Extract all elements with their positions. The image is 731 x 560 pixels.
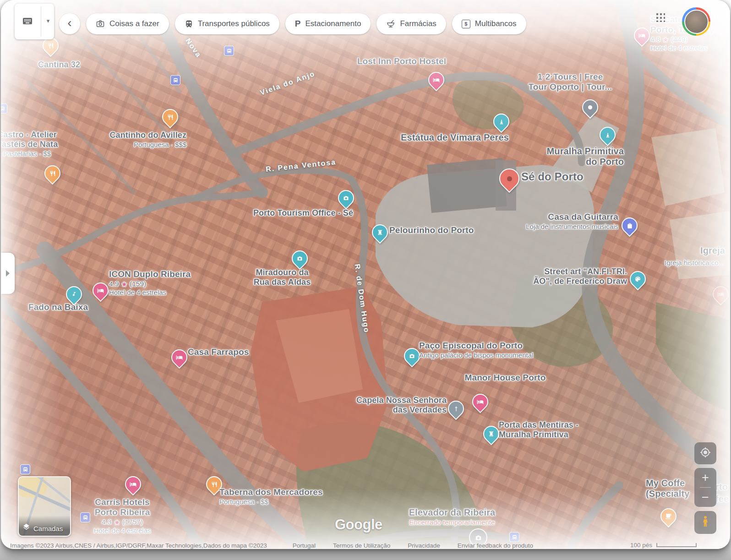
elevador-da-ribeira-label[interactable]: Elevador da RibeiraEncerrado temporariam… (409, 507, 496, 527)
poi-name: Manor House Porto (465, 373, 546, 383)
poi-name: (Specialty (646, 489, 689, 499)
porta-das-mentiras-label[interactable]: Porta das Mentiras -Muralha Primitiva (499, 420, 578, 440)
back-button[interactable]: ‹ (59, 13, 80, 34)
pelourinho-do-porto-label[interactable]: Pelourinho do Porto (389, 225, 474, 235)
star-icon: ★ (663, 36, 669, 43)
chevron-down-icon[interactable]: ▾ (44, 17, 53, 24)
estatua-vimara-peres-label[interactable]: Estátua de Vímara Peres (401, 132, 509, 143)
poi-sec: Loja de instrumentos musicais (526, 223, 618, 230)
attribution-link-0[interactable]: Portugal (293, 542, 316, 549)
camera-outline-icon (96, 19, 105, 28)
bed-icon (93, 283, 108, 298)
rook-icon: ♜ (373, 225, 387, 239)
taberna-dos-mercadores-label[interactable]: Taberna dos MercadoresPortuguesa · $$ (219, 487, 323, 506)
transit-stop-icon[interactable] (20, 464, 30, 474)
poi-name: Tour Oporto | Tour... (529, 82, 612, 92)
cantina-32-label[interactable]: Cantina 32 (38, 60, 80, 70)
attribution-link-1[interactable]: Termos de Utilização (333, 542, 390, 549)
crosshair-icon (700, 447, 711, 460)
account-avatar[interactable] (682, 7, 710, 36)
attribution-link-2[interactable]: Privacidade (408, 542, 440, 549)
igreja-label[interactable]: Igreja (700, 245, 725, 256)
poi-sec: Antigo palácio de bispos monumental (419, 351, 533, 359)
coffee-icon (661, 509, 676, 523)
zoom-in-button[interactable]: + (694, 468, 716, 487)
poi-sec: Hotel de 4 estrelas (93, 527, 151, 534)
monument-icon (600, 128, 615, 142)
label-fragment-fee-label[interactable]: fee (715, 494, 729, 504)
transit-stop-icon[interactable] (224, 46, 234, 56)
attribution-bar: Imagens ©2023 Airbus,CNES / Airbus,IGP/D… (10, 542, 551, 549)
pegman-button[interactable] (694, 511, 716, 534)
pharmacy-icon (386, 19, 395, 28)
attribution-link-3[interactable]: Enviar feedback do produto (458, 542, 533, 549)
poi-name: Porta das Mentiras - (499, 420, 578, 430)
manor-house-porto-label[interactable]: Manor House Porto (465, 373, 546, 383)
monument-icon (494, 114, 508, 129)
cross-icon (449, 402, 463, 416)
chevron-right-icon (6, 270, 10, 277)
map-frame: NovaViela do AnjoR. P­ena VentosaR. de D… (1, 0, 730, 549)
carris-hotels-label[interactable]: Carris HotelsPorto Ribeira4.3★(1757)Hote… (93, 497, 151, 534)
poi-name: fee (715, 494, 729, 504)
transit-stop-icon[interactable] (80, 512, 90, 522)
poi-name: Muralha Primitiva (499, 430, 578, 440)
review-count: (159) (130, 280, 146, 288)
igreja-sec-label[interactable]: Igreja histórica co... (665, 258, 724, 266)
category-pill-coisas-a-fazer[interactable]: Coisas a fazer (86, 13, 169, 34)
label-fragment-rto-label[interactable]: rto (715, 482, 728, 492)
capela-das-verdades-label[interactable]: Capela Nossa Senhoradas Verdades (356, 396, 447, 415)
zoom-out-button[interactable]: − (694, 488, 716, 507)
paco-episcopal-label[interactable]: Paço Episcopal do PortoAntigo palácio de… (419, 341, 533, 359)
category-pill-multibancos[interactable]: $Multibancos (452, 13, 526, 34)
layers-button[interactable]: Camadas (18, 476, 71, 537)
castro-atelier-label[interactable]: Castro - AtelierPastéis de NataPastelari… (1, 130, 58, 158)
bag-icon (622, 218, 637, 233)
camera-icon (339, 191, 353, 205)
street-art-anfitriao-label[interactable]: Street art "AN.FI.TRI.ÃO", de Frederico … (533, 267, 627, 286)
apps-grid-icon[interactable] (655, 12, 665, 22)
rating-line: 4.9★(159) (109, 280, 191, 288)
transit-stop-icon[interactable] (509, 532, 519, 542)
transit-stop-icon[interactable] (170, 75, 180, 85)
layers-label: Camadas (33, 525, 63, 533)
se-do-porto-label[interactable]: Sé do Porto (521, 170, 584, 183)
poi-name: Porto Tourism Office - Sé (253, 208, 353, 218)
review-count: (449) (671, 35, 687, 43)
my-location-button[interactable] (694, 442, 716, 464)
porto-tourism-office-label[interactable]: Porto Tourism Office - Sé (253, 208, 353, 218)
side-panel-toggle[interactable] (1, 253, 15, 294)
category-pill-farmacias[interactable]: Farmácias (376, 13, 446, 34)
poi-name: ÃO", de Frederico Draw (533, 277, 627, 286)
input-tools-widget[interactable]: ▾ (15, 4, 54, 39)
casa-da-guitarra-label[interactable]: Casa da GuitarraLoja de instrumentos mus… (526, 212, 618, 230)
casa-farrapos-label[interactable]: Casa Farrapos (188, 347, 249, 357)
poi-name: Pastéis de Nata (1, 140, 58, 149)
cantinho-do-avillez-label[interactable]: Cantinho do AvillezPortuguesa · $$$ (109, 130, 186, 148)
icon-duplo-ribeira-label[interactable]: ICON Duplo Ribeira4.9★(159)Hotel de 4 es… (109, 269, 191, 296)
restaurant-icon (163, 110, 177, 124)
lost-inn-hostel-label[interactable]: Lost Inn Porto Hostel (357, 56, 446, 66)
poi-name: Miradouro da (254, 268, 311, 277)
category-label: Farmácias (400, 19, 436, 28)
poi-name: do Porto (547, 157, 624, 167)
fado-na-baixa-label[interactable]: Fado na Baixa (28, 302, 88, 312)
category-pill-estacionamento[interactable]: PEstacionamento (285, 13, 371, 34)
rook-icon: ♜ (484, 427, 498, 441)
muralha-primitiva-label[interactable]: Muralha Primitivado Porto (547, 146, 624, 167)
transit-stop-icon[interactable] (1, 103, 7, 114)
category-label: Estacionamento (305, 19, 361, 28)
category-pill-transportes-publicos[interactable]: Transportes públicos (175, 13, 279, 34)
miradouro-rua-das-aldas-label[interactable]: Miradouro daRua das Aldas (254, 268, 311, 287)
map-canvas[interactable]: NovaViela do AnjoR. P­ena VentosaR. de D… (1, 0, 730, 549)
poi-sec: Hotel de 4 estrelas (650, 44, 721, 52)
poi-name: Elevador da Ribeira (409, 507, 496, 518)
poi-name: Estátua de Vímara Peres (401, 132, 509, 143)
restaurant-icon (44, 38, 58, 53)
dot-red-icon (500, 169, 518, 188)
hotel-label-fragment-label[interactable]: Hote (712, 12, 730, 22)
poi-name: Porto Ribeira (93, 507, 151, 517)
poi-name: Sé do Porto (521, 170, 584, 183)
my-coffee-label[interactable]: My Coffe(Specialty (646, 478, 689, 499)
12-tours-label[interactable]: 1·2·Tours | FreeTour Oporto | Tour... (529, 72, 612, 92)
